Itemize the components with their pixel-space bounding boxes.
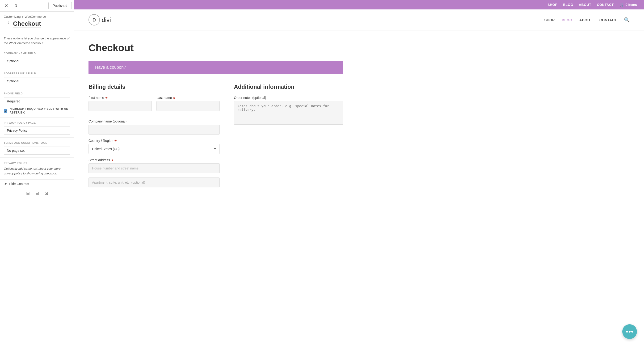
top-nav-bar: SHOP BLOG ABOUT CONTACT 🛒 0 Items	[74, 0, 644, 10]
privacy-policy-footer-text: Optionally add some text about your stor…	[4, 166, 70, 176]
terms-input[interactable]	[4, 146, 70, 154]
additional-title: Additional information	[234, 84, 343, 90]
cart-icon: 🛒	[620, 2, 624, 7]
name-row: First name ★ Last name ★	[88, 96, 220, 115]
privacy-policy-footer-label: PRIVACY POLICY	[4, 162, 70, 164]
highlight-required-row: HIGHLIGHT REQUIRED FIELDS WITH AN ASTERI…	[4, 107, 70, 114]
order-notes-group: Order notes (optional)	[234, 96, 343, 124]
sidebar: ✕ ⇅ Published Customizing ▶ WooCommerce …	[0, 0, 74, 346]
bottom-icon-1[interactable]: ⊞	[26, 191, 30, 196]
privacy-policy-page-label: PRIVACY POLICY PAGE	[4, 121, 70, 124]
country-required-star: ★	[114, 139, 117, 142]
sidebar-topbar: ✕ ⇅ Published	[0, 0, 74, 12]
street-input[interactable]	[88, 163, 220, 173]
breadcrumb-arrow: ▶	[22, 15, 24, 18]
top-nav-about[interactable]: ABOUT	[579, 3, 592, 6]
close-button[interactable]: ✕	[2, 2, 10, 10]
back-button[interactable]: ‹	[4, 19, 13, 28]
sort-button[interactable]: ⇅	[12, 2, 19, 10]
billing-column: Billing details First name ★ Last name ★	[88, 84, 220, 192]
chat-dot-3	[631, 331, 633, 332]
additional-column: Additional information Order notes (opti…	[234, 84, 343, 192]
phone-section: PHONE FIELD Required Optional Hidden HIG…	[0, 88, 74, 118]
nav-blog[interactable]: BLOG	[562, 18, 572, 22]
last-name-group: Last name ★	[156, 96, 220, 111]
address-line2-input[interactable]	[4, 77, 70, 85]
eye-icon: 👁	[4, 182, 7, 186]
first-name-label: First name ★	[88, 96, 152, 100]
company-name-label: COMPANY NAME FIELD	[4, 52, 70, 55]
last-name-input[interactable]	[156, 101, 220, 111]
street-label: Street address ★	[88, 158, 220, 162]
top-nav-contact[interactable]: CONTACT	[597, 3, 614, 6]
search-button[interactable]: 🔍	[624, 17, 630, 23]
coupon-banner[interactable]: Have a coupon?	[88, 61, 343, 74]
street-required-star: ★	[111, 158, 114, 162]
chat-widget[interactable]	[622, 324, 637, 339]
hide-controls-label: Hide Controls	[9, 182, 29, 186]
company-name-group: Company name (optional)	[88, 120, 220, 134]
terms-section: TERMS AND CONDITIONS PAGE	[0, 138, 74, 158]
privacy-policy-footer: PRIVACY POLICY Optionally add some text …	[0, 158, 74, 179]
published-button[interactable]: Published	[48, 2, 72, 9]
breadcrumb-base: Customizing	[4, 15, 21, 18]
page-title: Checkout	[13, 20, 41, 28]
bottom-icon-3[interactable]: ⊠	[44, 191, 48, 196]
street-group: Street address ★	[88, 158, 220, 173]
hide-controls-button[interactable]: 👁 Hide Controls	[0, 179, 74, 188]
chat-dots-icon	[626, 331, 633, 332]
order-notes-textarea[interactable]	[234, 101, 343, 124]
first-name-required-star: ★	[105, 96, 108, 100]
cart-count: 0 Items	[626, 3, 637, 6]
address-line2-label: ADDRESS LINE 2 FIELD	[4, 72, 70, 75]
site-logo: D divi	[88, 14, 111, 26]
address-line2-section: ADDRESS LINE 2 FIELD	[0, 68, 74, 88]
billing-title: Billing details	[88, 84, 220, 90]
top-nav-cart[interactable]: 🛒 0 Items	[620, 2, 637, 7]
country-select[interactable]: United States (US)	[88, 144, 220, 154]
sidebar-description: These options let you change the appeara…	[0, 32, 74, 48]
company-input[interactable]	[88, 124, 220, 134]
nav-about[interactable]: ABOUT	[579, 18, 592, 22]
nav-shop[interactable]: SHOP	[544, 18, 555, 22]
apt-input[interactable]	[88, 178, 220, 188]
nav-contact[interactable]: CONTACT	[600, 18, 617, 22]
logo-circle: D	[88, 14, 100, 26]
page-body: Checkout Have a coupon? Billing details …	[74, 30, 358, 206]
highlight-required-checkbox[interactable]	[4, 109, 7, 113]
first-name-group: First name ★	[88, 96, 152, 111]
site-header: D divi SHOP BLOG ABOUT CONTACT 🔍	[74, 10, 644, 30]
checkout-title: Checkout	[88, 42, 343, 54]
breadcrumb-section: WooCommerce	[25, 15, 46, 18]
last-name-required-star: ★	[173, 96, 176, 100]
order-notes-label: Order notes (optional)	[234, 96, 343, 100]
privacy-policy-page-section: PRIVACY POLICY PAGE	[0, 118, 74, 138]
terms-label: TERMS AND CONDITIONS PAGE	[4, 141, 70, 144]
first-name-input[interactable]	[88, 101, 152, 111]
top-nav-blog[interactable]: BLOG	[563, 3, 573, 6]
top-nav-shop[interactable]: SHOP	[548, 3, 558, 6]
chat-dot-2	[629, 331, 630, 332]
checkout-columns: Billing details First name ★ Last name ★	[88, 84, 343, 192]
company-name-section: COMPANY NAME FIELD	[0, 48, 74, 68]
country-group: Country / Region ★ United States (US)	[88, 139, 220, 154]
site-nav: SHOP BLOG ABOUT CONTACT 🔍	[544, 17, 630, 23]
phone-label: PHONE FIELD	[4, 92, 70, 95]
logo-text: divi	[102, 16, 111, 24]
last-name-label: Last name ★	[156, 96, 220, 100]
highlight-required-label: HIGHLIGHT REQUIRED FIELDS WITH AN ASTERI…	[10, 107, 70, 114]
sidebar-bottom-icons: ⊞ ⊟ ⊠	[0, 188, 74, 198]
company-label: Company name (optional)	[88, 120, 220, 123]
apt-group	[88, 178, 220, 188]
bottom-icon-2[interactable]: ⊟	[36, 191, 39, 196]
breadcrumb: Customizing ▶ WooCommerce	[0, 12, 74, 19]
privacy-policy-page-input[interactable]	[4, 126, 70, 134]
company-name-input[interactable]	[4, 57, 70, 65]
phone-select[interactable]: Required Optional Hidden	[4, 97, 70, 105]
country-label: Country / Region ★	[88, 139, 220, 142]
chat-dot-1	[626, 331, 628, 332]
main-content: SHOP BLOG ABOUT CONTACT 🛒 0 Items D divi…	[74, 0, 644, 346]
